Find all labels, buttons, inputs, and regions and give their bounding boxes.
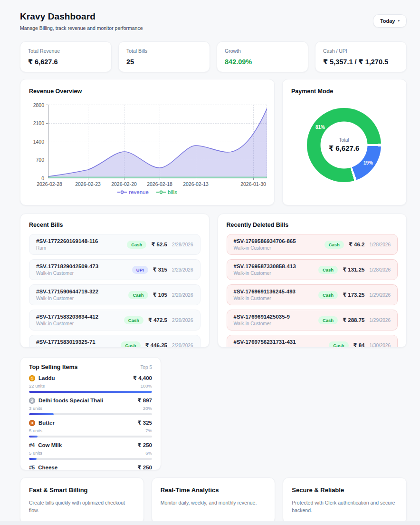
revenue-area-chart[interactable]: 2800 2100 1400 700 0 2026-02-28 2026-02-… [48, 105, 267, 178]
middle-row: Revenue Overview 2800 [20, 79, 407, 205]
page-subtitle: Manage Billing, track revenue and monito… [20, 25, 407, 31]
bill-date: 1/29/2026 [370, 292, 391, 298]
payment-method-badge: Cash [124, 316, 143, 324]
donut-center-value: ₹ 6,627.6 [329, 144, 360, 153]
bill-id: #SV-1771583019325-71 [36, 339, 95, 345]
item-name: Butter [38, 420, 55, 426]
bill-meta: Cash ₹ 131.25 1/28/2026 [318, 266, 391, 274]
gold-medal-icon: 1 [29, 375, 35, 381]
deleted-bills-title: Recently Deleted Bills [227, 222, 398, 228]
bill-date: 1/30/2026 [370, 343, 391, 348]
x-axis-tick: 2026-02-23 [75, 181, 101, 187]
bill-info: #SV-1772260169148-116 Ram [36, 238, 98, 251]
bill-row[interactable]: #SV-1771583203634-412 Walk-in Customer C… [29, 310, 200, 331]
revenue-area-series [48, 105, 267, 178]
y-axis-tick: 2100 [33, 120, 44, 126]
bill-amount: ₹ 173.25 [343, 292, 364, 298]
item-name: Cow Milk [38, 442, 62, 448]
dashboard-page: Kravy Dashboard Manage Billing, track re… [20, 0, 407, 524]
bill-info: #SV-1771590644719-322 Walk-in Customer [36, 289, 98, 301]
bill-customer: Ram [36, 245, 98, 251]
top-selling-count-badge: Top 5 [141, 365, 152, 370]
bill-amount: ₹ 105 [153, 292, 167, 298]
bill-info: #SV-1769691136245-493 Walk-in Customer [234, 289, 296, 301]
feature-title: Real-Time Analytics [161, 486, 267, 494]
item-price: ₹ 4,400 [133, 375, 152, 381]
bill-info: #SV-1769691425035-9 Walk-in Customer [234, 314, 290, 326]
stat-card-total-revenue: Total Revenue ₹ 6,627.6 [20, 41, 112, 72]
donut-slice-label-cash: 81% [315, 125, 325, 130]
item-progress-track [29, 413, 152, 415]
y-axis-tick: 2800 [33, 102, 44, 108]
bill-date: 1/29/2026 [370, 318, 391, 323]
legend-label: bills [168, 189, 177, 195]
payment-method-badge: Cash [329, 341, 348, 348]
silver-medal-icon: 2 [29, 398, 35, 404]
period-select-button[interactable]: Today ▾ [373, 14, 407, 28]
bill-row[interactable]: #SV-1771829042509-473 Walk-in Customer U… [29, 259, 200, 280]
deleted-bill-row[interactable]: #SV-1769691425035-9 Walk-in Customer Cas… [227, 310, 398, 331]
payment-mode-card: Payment Mode 81% 19% Total ₹ 6,627.6 [282, 79, 407, 205]
top-selling-item: #4 Cow Milk ₹ 250 5 units 6% [29, 442, 152, 460]
payment-mode-donut-chart[interactable]: 81% 19% Total ₹ 6,627.6 [307, 108, 381, 182]
bill-row[interactable]: #SV-1771583019325-71 Walk-in Customer Ca… [29, 335, 200, 348]
item-units: 5 units [29, 428, 42, 433]
item-percent: 100% [141, 383, 152, 389]
bill-date: 1/28/2026 [370, 267, 391, 272]
item-price: ₹ 325 [138, 419, 152, 426]
deleted-bill-row[interactable]: #SV-1769587330858-413 Walk-in Customer C… [227, 259, 398, 280]
bill-customer: Walk-in Customer [234, 296, 296, 301]
bill-amount: ₹ 84 [353, 342, 365, 348]
feature-description: Protected with Clerk authentication and … [292, 499, 398, 515]
stat-label: Total Bills [126, 48, 202, 54]
bills-row: Recent Bills #SV-1772260169148-116 Ram C… [20, 214, 407, 348]
bill-id: #SV-1771590644719-322 [36, 289, 98, 294]
bill-id: #SV-1771583203634-412 [36, 314, 98, 320]
feature-title: Secure & Reliable [292, 486, 398, 494]
payment-method-badge: Cash [318, 316, 338, 324]
bill-id: #SV-1769586934706-865 [234, 238, 296, 244]
item-progress-fill [29, 391, 152, 393]
deleted-bill-row[interactable]: #SV-1769756231731-431 Walk-in Customer C… [227, 335, 398, 348]
feature-card-billing: Fast & Smart Billing Create bills quickl… [20, 477, 144, 524]
bill-customer: Walk-in Customer [36, 271, 98, 276]
bill-date: 2/20/2026 [172, 292, 193, 298]
legend-item-revenue[interactable]: revenue [117, 189, 149, 195]
payment-method-badge: UPI [132, 266, 148, 274]
donut-center-label: Total [329, 137, 360, 143]
deleted-bill-row[interactable]: #SV-1769586934706-865 Walk-in Customer C… [227, 234, 398, 255]
payment-method-badge: Cash [318, 266, 338, 274]
bill-id: #SV-1769691136245-493 [234, 289, 296, 294]
recent-bills-title: Recent Bills [29, 222, 200, 228]
item-progress-fill [29, 458, 37, 460]
line-circle-icon [117, 190, 127, 194]
bill-info: #SV-1771829042509-473 Walk-in Customer [36, 263, 98, 276]
item-progress-track [29, 391, 152, 393]
feature-card-security: Secure & Reliable Protected with Clerk a… [283, 477, 407, 524]
deleted-bill-row[interactable]: #SV-1769691136245-493 Walk-in Customer C… [227, 284, 398, 305]
item-name: Laddu [38, 375, 55, 381]
item-percent: 6% [145, 450, 152, 456]
y-axis-tick: 0 [41, 175, 44, 181]
bill-customer: Walk-in Customer [234, 271, 296, 276]
item-progress-fill [29, 413, 54, 415]
y-axis-tick: 700 [36, 157, 44, 163]
bill-row[interactable]: #SV-1772260169148-116 Ram Cash ₹ 52.5 2/… [29, 234, 200, 255]
item-units: 3 units [29, 406, 42, 411]
feature-title: Fast & Smart Billing [29, 486, 135, 494]
donut-slice-label-upi: 19% [363, 160, 373, 165]
bill-amount: ₹ 288.75 [343, 317, 364, 323]
stat-label: Cash / UPI [323, 48, 399, 54]
bill-amount: ₹ 52.5 [151, 241, 167, 248]
stats-row: Total Revenue ₹ 6,627.6 Total Bills 25 G… [20, 41, 407, 72]
item-percent: 7% [145, 428, 152, 433]
x-axis-tick: 2026-02-18 [147, 181, 172, 187]
item-rank: #5 [29, 465, 35, 470]
bill-row[interactable]: #SV-1771590644719-322 Walk-in Customer C… [29, 284, 200, 305]
bill-info: #SV-1771583019325-71 Walk-in Customer [36, 339, 95, 348]
payment-method-badge: Cash [128, 291, 148, 299]
bill-meta: Cash ₹ 173.25 1/29/2026 [318, 291, 391, 299]
legend-item-bills[interactable]: bills [156, 189, 177, 195]
bill-id: #SV-1772260169148-116 [36, 238, 98, 244]
stat-value: 842.09% [225, 58, 300, 66]
